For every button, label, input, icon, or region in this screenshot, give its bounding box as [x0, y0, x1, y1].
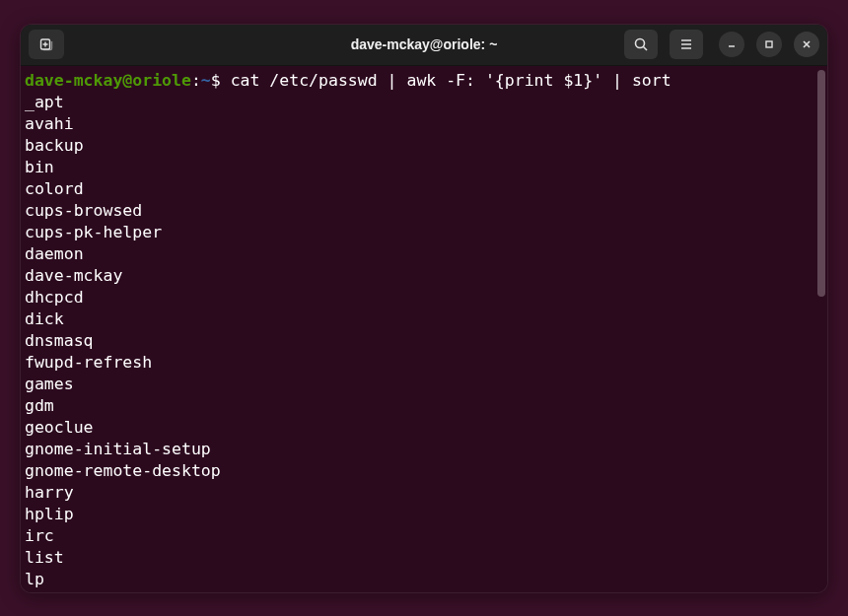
window-title: dave-mckay@oriole: ~ — [351, 36, 498, 52]
prompt-dollar: $ — [211, 71, 221, 90]
command-text: cat /etc/passwd | awk -F: '{print $1}' |… — [221, 71, 671, 90]
terminal-window: dave-mckay@oriole: ~ — [20, 24, 828, 593]
maximize-button[interactable] — [756, 32, 782, 57]
prompt-colon: : — [191, 71, 201, 90]
prompt-path: ~ — [201, 71, 211, 90]
svg-point-3 — [636, 39, 645, 48]
search-button[interactable] — [624, 30, 658, 59]
titlebar-left — [29, 30, 64, 59]
close-icon — [802, 39, 812, 49]
scrollbar-thumb[interactable] — [817, 70, 825, 297]
menu-button[interactable] — [670, 30, 703, 59]
new-tab-icon — [38, 36, 54, 52]
window-controls — [719, 32, 819, 57]
output-lines: _apt avahi backup bin colord cups-browse… — [25, 92, 823, 590]
titlebar-right — [624, 30, 819, 59]
titlebar: dave-mckay@oriole: ~ — [21, 25, 827, 66]
maximize-icon — [764, 39, 774, 49]
prompt-user-host: dave-mckay@oriole — [25, 71, 191, 90]
search-icon — [633, 36, 649, 52]
svg-line-4 — [644, 47, 648, 51]
close-button[interactable] — [794, 32, 819, 57]
minimize-icon — [727, 39, 737, 49]
hamburger-icon — [678, 36, 694, 52]
new-tab-button[interactable] — [29, 30, 64, 59]
terminal-content: dave-mckay@oriole:~$ cat /etc/passwd | a… — [25, 70, 823, 590]
terminal-body[interactable]: dave-mckay@oriole:~$ cat /etc/passwd | a… — [21, 66, 827, 592]
minimize-button[interactable] — [719, 32, 744, 57]
svg-rect-9 — [766, 41, 772, 47]
